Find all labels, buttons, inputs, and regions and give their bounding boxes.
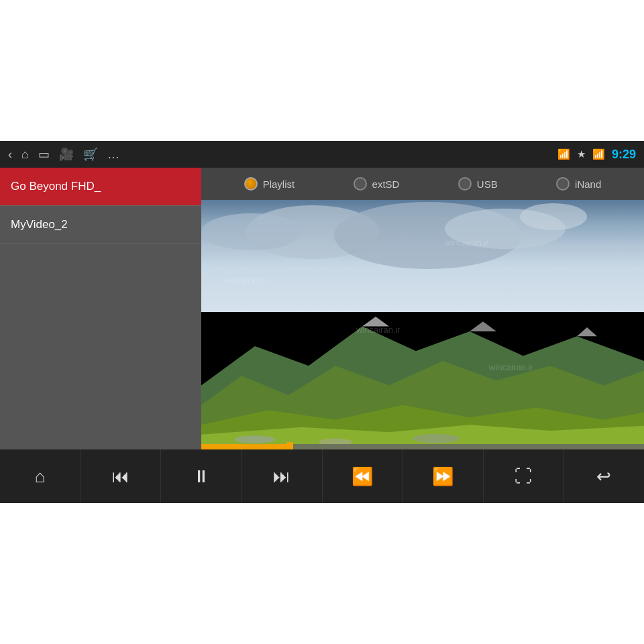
home-nav-icon[interactable]: ⌂ (21, 148, 29, 162)
tab-playlist[interactable]: Playlist (244, 177, 295, 191)
tab-label-playlist: Playlist (263, 178, 295, 190)
forward-icon: ⏩ (432, 466, 453, 487)
terrain-layer (201, 287, 644, 449)
forward-button[interactable]: ⏩ (403, 449, 484, 503)
tab-inand[interactable]: iNand (556, 177, 601, 191)
pause-button[interactable]: ⏸ (161, 449, 241, 503)
cast-icon: 📶 (557, 148, 570, 160)
more-nav-icon[interactable]: … (107, 148, 119, 162)
rewind-button[interactable]: ⏪ (323, 449, 403, 503)
back-nav-icon[interactable]: ‹ (8, 148, 12, 162)
home-icon: ⌂ (35, 466, 46, 487)
progress-bar-container[interactable] (201, 444, 644, 449)
playlist-panel: Go Beyond FHD_ MyVideo_2 (0, 168, 201, 449)
controls-bar: ⌂ ⏮ ⏸ ⏭ ⏪ ⏩ ⛶ ↩ (0, 449, 644, 503)
svg-marker-7 (362, 317, 389, 327)
svg-point-4 (235, 435, 275, 443)
status-time: 9:29 (612, 148, 636, 162)
source-tabs: Playlist extSD USB iNand (201, 168, 644, 200)
video-area: wincairan.ir wincairan.ir wincairan.ir w… (201, 200, 644, 449)
bluetooth-icon: ★ (577, 148, 586, 160)
back-button[interactable]: ↩ (564, 449, 644, 503)
home-button[interactable]: ⌂ (0, 449, 80, 503)
fullscreen-icon: ⛶ (515, 466, 532, 487)
tab-dot-inand (556, 177, 570, 191)
tab-extsd[interactable]: extSD (354, 177, 400, 191)
device-frame: ‹ ⌂ ▭ 🎥 🛒 … 📶 ★ 📶 9:29 Playlist extSD US… (0, 141, 644, 503)
fullscreen-button[interactable]: ⛶ (484, 449, 564, 503)
playlist-item-1[interactable]: Go Beyond FHD_ (0, 168, 201, 206)
pause-icon: ⏸ (193, 466, 210, 487)
prev-icon: ⏮ (112, 466, 129, 487)
progress-bar-fill (201, 444, 290, 449)
camera-nav-icon[interactable]: 🎥 (59, 147, 74, 162)
svg-point-6 (413, 434, 460, 443)
status-bar: ‹ ⌂ ▭ 🎥 🛒 … 📶 ★ 📶 9:29 (0, 141, 644, 168)
video-content: wincairan.ir wincairan.ir wincairan.ir w… (201, 200, 644, 449)
recents-nav-icon[interactable]: ▭ (38, 147, 50, 162)
next-button[interactable]: ⏭ (241, 449, 322, 503)
bag-nav-icon[interactable]: 🛒 (83, 147, 98, 162)
wifi-icon: 📶 (592, 148, 605, 160)
playlist-item-1-label: Go Beyond FHD_ (11, 180, 101, 193)
tab-dot-usb (458, 177, 472, 191)
tab-usb[interactable]: USB (458, 177, 498, 191)
playlist-item-2[interactable]: MyVideo_2 (0, 206, 201, 244)
progress-thumb (286, 442, 293, 449)
back-icon: ↩ (596, 466, 611, 487)
prev-button[interactable]: ⏮ (80, 449, 161, 503)
tab-label-inand: iNand (575, 178, 601, 190)
svg-marker-8 (470, 321, 496, 331)
tab-label-extsd: extSD (372, 178, 400, 190)
status-icons: 📶 ★ 📶 9:29 (557, 148, 636, 162)
playlist-item-2-label: MyVideo_2 (11, 218, 68, 231)
svg-marker-9 (577, 327, 597, 336)
rewind-icon: ⏪ (352, 466, 373, 487)
next-icon: ⏭ (273, 466, 290, 487)
nav-icons: ‹ ⌂ ▭ 🎥 🛒 … (8, 147, 119, 162)
tab-dot-playlist (244, 177, 258, 191)
tab-dot-extsd (354, 177, 367, 191)
tab-label-usb: USB (477, 178, 498, 190)
